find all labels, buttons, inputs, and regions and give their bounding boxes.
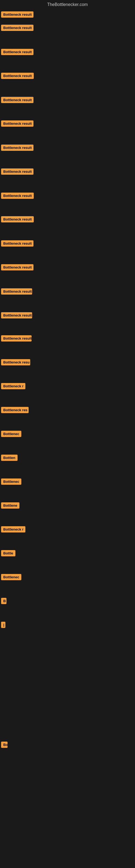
bottleneck-item: Bottlen xyxy=(1,455,17,462)
bottleneck-badge[interactable]: Bottlenec xyxy=(1,431,21,437)
bottleneck-item: Bottleneck r xyxy=(1,383,26,390)
bottleneck-item: | xyxy=(1,622,5,629)
bottleneck-item: B xyxy=(1,598,6,605)
bottleneck-item: Bottleneck result xyxy=(1,193,34,200)
bottleneck-item: Bottleneck result xyxy=(1,335,32,343)
bottleneck-item: Bottleneck result xyxy=(1,240,34,248)
bottleneck-badge[interactable]: Bottleneck r xyxy=(1,526,26,532)
bottleneck-item: Bottleneck result xyxy=(1,49,34,56)
site-title: TheBottlenecker.com xyxy=(0,0,135,9)
bottleneck-item: Bottleneck result xyxy=(1,264,34,272)
bottleneck-item: Bottleneck result xyxy=(1,145,34,152)
bottleneck-badge[interactable]: Bottle xyxy=(1,550,15,556)
bottleneck-badge[interactable]: Bottlenec xyxy=(1,574,21,580)
bottleneck-badge[interactable]: Bottleneck result xyxy=(1,240,34,247)
bottleneck-badge[interactable]: Bottleneck result xyxy=(1,49,34,55)
bottleneck-item: Bottleneck resu xyxy=(1,359,30,367)
bottleneck-item: Bottlenec xyxy=(1,478,21,486)
bottleneck-badge[interactable]: Bottleneck result xyxy=(1,288,32,294)
bottleneck-item: Bottleneck result xyxy=(1,120,34,128)
bottleneck-item: Bottlenec xyxy=(1,431,21,438)
bottleneck-badge[interactable]: Bottleneck result xyxy=(1,168,34,175)
bottleneck-badge[interactable]: Bottlen xyxy=(1,455,17,461)
bottleneck-item: Bottleneck result xyxy=(1,216,34,223)
bottleneck-badge[interactable]: Bottleneck result xyxy=(1,145,34,151)
bottleneck-item: Bottleneck result xyxy=(1,97,34,104)
bottleneck-badge[interactable]: Bottleneck resu xyxy=(1,359,30,365)
bottleneck-badge[interactable]: Bottleneck result xyxy=(1,11,34,18)
bottleneck-item: Bottleneck result xyxy=(1,73,34,80)
bottleneck-badge[interactable]: Bo xyxy=(1,742,8,748)
bottleneck-badge[interactable]: Bottleneck result xyxy=(1,25,34,31)
bottleneck-item: Bottlenec xyxy=(1,574,21,581)
bottleneck-item: Bottleneck res xyxy=(1,407,29,414)
bottleneck-item: Bottlene xyxy=(1,502,19,510)
bottleneck-badge[interactable]: Bottleneck result xyxy=(1,120,34,127)
bottleneck-badge[interactable]: Bottleneck result xyxy=(1,97,34,103)
bottleneck-item: Bo xyxy=(1,742,8,749)
bottleneck-badge[interactable]: Bottleneck result xyxy=(1,193,34,199)
bottleneck-badge[interactable]: Bottlene xyxy=(1,502,19,508)
bottleneck-badge[interactable]: Bottleneck result xyxy=(1,216,34,222)
bottleneck-badge[interactable]: Bottleneck r xyxy=(1,383,26,389)
bottleneck-item: Bottleneck result xyxy=(1,168,34,176)
bottleneck-badge[interactable]: Bottleneck result xyxy=(1,335,32,341)
bottleneck-item: Bottleneck result xyxy=(1,25,34,32)
bottleneck-badge[interactable]: Bottleneck res xyxy=(1,407,29,413)
bottleneck-item: Bottleneck r xyxy=(1,526,26,533)
bottleneck-item: Bottleneck result xyxy=(1,288,32,296)
bottleneck-badge[interactable]: Bottleneck result xyxy=(1,264,34,271)
bottleneck-item: Bottle xyxy=(1,550,15,557)
bottleneck-badge[interactable]: Bottlenec xyxy=(1,478,21,485)
bottleneck-item: Bottleneck result xyxy=(1,312,32,319)
bottleneck-badge[interactable]: Bottleneck result xyxy=(1,73,34,79)
bottleneck-badge[interactable]: B xyxy=(1,598,6,604)
bottleneck-item: Bottleneck result xyxy=(1,11,34,19)
bottleneck-badge[interactable]: Bottleneck result xyxy=(1,312,32,318)
bottleneck-badge[interactable]: | xyxy=(1,622,5,628)
